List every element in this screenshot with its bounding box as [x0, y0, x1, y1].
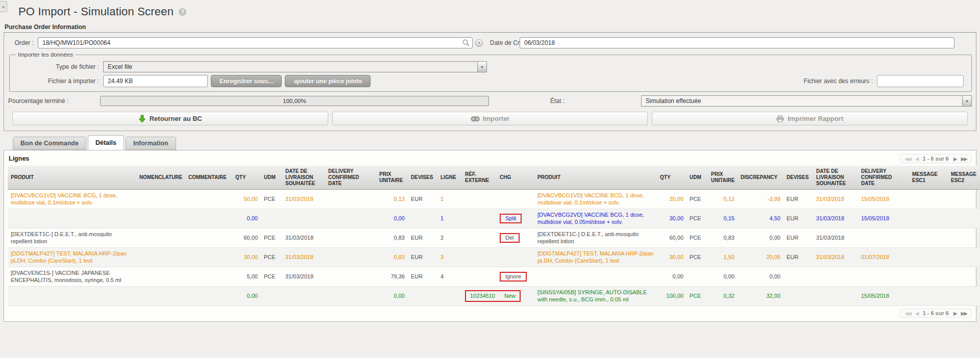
column-header-date_liv[interactable]: DATE DE LIVRAISON SOUHAITÉE: [282, 166, 325, 190]
cell-qty: 0,00: [232, 287, 261, 306]
column-header-qty2[interactable]: QTY: [657, 166, 687, 190]
pagination-top: ◀◀ ◀ 1 - 6 sur 6 ▶ ▶▶: [900, 154, 971, 163]
tab-bon-de-commande[interactable]: Bon de Commande: [13, 137, 86, 150]
attach-file-button[interactable]: ajouter une pièce jointe: [285, 75, 371, 87]
table-row[interactable]: [DVACVENC1S-] VACCINE JAPANESE ENCEPHALI…: [8, 267, 980, 287]
cell-ref_ext: [462, 228, 497, 248]
column-header-ref_ext[interactable]: RÉF. EXTERNE: [462, 166, 497, 190]
first-page-icon[interactable]: ◀◀: [904, 156, 910, 162]
column-header-ligne[interactable]: LIGNE: [437, 166, 462, 190]
cell-qty: 0,00: [232, 209, 261, 228]
state-dropdown-icon[interactable]: ▼: [962, 96, 971, 106]
next-page-icon[interactable]: ▶: [953, 311, 957, 316]
cell-del_conf2: 15/05/2018: [858, 287, 909, 306]
column-header-del_conf2[interactable]: DELIVERY CONFIRMED DATE: [858, 166, 909, 190]
previous-page-icon[interactable]: ◀: [915, 311, 918, 316]
column-header-produit[interactable]: PRODUIT: [8, 166, 136, 190]
first-page-icon[interactable]: ◀◀: [904, 311, 910, 316]
cell-del_conf2: 15/05/2018: [858, 209, 909, 228]
lines-table: PRODUITNOMENCLATURECOMMENTAIREQTYUDMDATE…: [8, 166, 980, 306]
search-icon[interactable]: [462, 39, 470, 47]
cell-discrepancy: 0,00: [738, 228, 783, 248]
state-select[interactable]: Simulation effectuée ▼: [641, 95, 972, 107]
column-header-msg1[interactable]: MESSAGE ESC1: [909, 166, 948, 190]
error-file-input[interactable]: [877, 75, 964, 87]
cell-commentaire: [185, 248, 232, 267]
lines-panel: Lignes ◀◀ ◀ 1 - 6 sur 6 ▶ ▶▶ PRODUITNOME…: [4, 150, 976, 322]
cell-devises: EUR: [408, 190, 437, 209]
cell-msg1: [909, 267, 948, 287]
section-title: Purchase Order Information: [4, 21, 976, 33]
column-header-prix2[interactable]: PRIX UNITAIRE: [708, 166, 738, 190]
cell-produit: [8, 209, 136, 228]
file-type-dropdown-icon[interactable]: ▼: [477, 62, 486, 72]
page-title: PO Import - Simulation Screen: [18, 5, 174, 18]
table-row[interactable]: 0,000,0010234510New[SINSSYAI05B] SYRINGE…: [8, 287, 980, 306]
order-input[interactable]: [38, 39, 462, 46]
cell-date_liv: 31/03/2018: [282, 228, 325, 248]
column-header-devises[interactable]: DEVISES: [408, 166, 437, 190]
column-header-prix[interactable]: PRIX UNITAIRE: [376, 166, 408, 190]
column-header-udm2[interactable]: UDM: [687, 166, 708, 190]
table-row[interactable]: [DEXTDEET1C-] D.E.E.T., anti-mosquito re…: [8, 228, 980, 248]
column-header-nomenclature[interactable]: NOMENCLATURE: [136, 166, 185, 190]
cell-commentaire: [185, 267, 232, 287]
cell-prix2: 0,13: [708, 190, 738, 209]
order-dropdown-icon[interactable]: ▼: [475, 39, 483, 47]
change-highlight-box: Del: [500, 233, 520, 243]
cell-produit2: [DEXTDEET1C-] D.E.E.T., anti-mosquito re…: [534, 228, 657, 248]
column-header-qty[interactable]: QTY: [232, 166, 261, 190]
print-report-button[interactable]: Imprimer Rapport: [652, 112, 968, 125]
cell-udm2: PCE: [687, 209, 708, 228]
last-page-icon[interactable]: ▶▶: [961, 311, 967, 316]
next-page-icon[interactable]: ▶: [953, 156, 957, 162]
return-to-po-label: Retourner au BC: [150, 115, 202, 122]
tab-information[interactable]: Information: [126, 137, 176, 150]
cell-produit: [DVACVENC1S-] VACCINE JAPANESE ENCEPHALI…: [8, 267, 136, 287]
change-highlight-box: Ignore: [500, 272, 527, 282]
cell-nomenclature: [136, 190, 185, 209]
cell-commentaire: [185, 287, 232, 306]
file-type-select[interactable]: Excel file ▼: [103, 61, 487, 72]
previous-page-icon[interactable]: ◀: [915, 156, 918, 162]
column-header-produit2[interactable]: PRODUIT: [534, 166, 657, 190]
table-row[interactable]: 0,000,001Split[DVACVBCG2VD] VACCINE BCG,…: [8, 209, 980, 228]
cell-nomenclature: [136, 228, 185, 248]
cell-produit2: [DVACVBCG1VD] VACCINE BCG, 1 dose, multi…: [534, 190, 657, 209]
tab-details[interactable]: Détails: [88, 135, 124, 150]
sidebar-expand-icon[interactable]: »: [0, 1, 7, 12]
column-header-del_conf[interactable]: DELIVERY CONFIRMED DATE: [325, 166, 376, 190]
file-to-import-input[interactable]: [103, 75, 208, 87]
return-to-po-button[interactable]: Retourner au BC: [12, 112, 328, 125]
cell-produit2: [534, 267, 657, 287]
change-highlight-box: 10234510New: [465, 290, 521, 302]
column-header-commentaire[interactable]: COMMENTAIRE: [185, 166, 232, 190]
column-header-date_liv2[interactable]: DATE DE LIVRAISON SOUHAITÉE: [813, 166, 858, 190]
cell-prix: 79,36: [376, 267, 408, 287]
cell-udm2: PCE: [687, 287, 708, 306]
last-page-icon[interactable]: ▶▶: [961, 156, 967, 162]
cell-chg: Del: [497, 228, 534, 248]
table-row[interactable]: [DDGTMALP42T] TEST, MALARIA HRP-2/pan pL…: [8, 248, 980, 267]
column-header-udm[interactable]: UDM: [261, 166, 282, 190]
save-as-button[interactable]: Enregistrer sous...: [211, 75, 282, 87]
column-header-msg2[interactable]: MESSAGE ESC2: [948, 166, 980, 190]
import-button[interactable]: ⚙⚙ Importer: [332, 112, 648, 125]
order-field[interactable]: [38, 37, 473, 48]
file-type-label: Type de fichier :: [15, 63, 99, 70]
cell-prix: 0,83: [376, 248, 408, 267]
help-icon[interactable]: ?: [179, 8, 186, 16]
table-row[interactable]: [DVACVBCG1VD] VACCINE BCG, 1 dose, multi…: [8, 190, 980, 209]
cell-discrepancy: 20,05: [738, 248, 783, 267]
cell-ref_ext: [462, 190, 497, 209]
column-header-discrepancy[interactable]: DISCREPANCY: [738, 166, 783, 190]
column-header-devises2[interactable]: DEVISES: [783, 166, 813, 190]
column-header-chg[interactable]: CHG: [497, 166, 534, 190]
cell-ligne: 1: [437, 209, 462, 228]
cell-ref_ext: [462, 248, 497, 267]
cell-discrepancy: 0,00: [738, 267, 783, 287]
creation-date-input[interactable]: [520, 37, 954, 48]
cell-qty: 50,00: [232, 190, 261, 209]
cell-msg1: [909, 209, 948, 228]
cell-msg1: [909, 228, 948, 248]
